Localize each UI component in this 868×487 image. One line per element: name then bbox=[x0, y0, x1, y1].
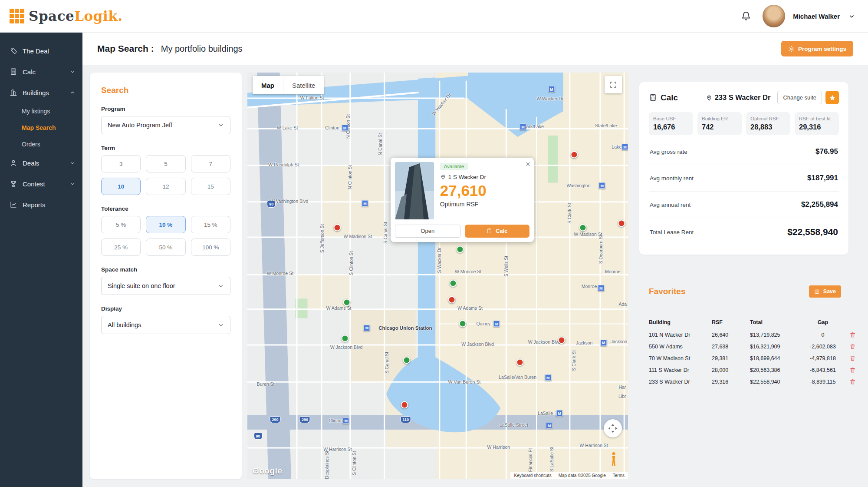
pin-icon bbox=[440, 174, 446, 180]
favorite-total: $13,719,825 bbox=[750, 332, 801, 338]
delete-favorite-button[interactable] bbox=[848, 378, 857, 386]
sidebar-item-reports[interactable]: Reports bbox=[0, 194, 82, 215]
favorites-table: Building RSF Total Gap 101 N Wacker Dr 2… bbox=[649, 316, 848, 388]
favorite-rsf: 29,316 bbox=[712, 379, 750, 385]
sidebar-item-contest[interactable]: Contest bbox=[0, 173, 82, 194]
building-marker[interactable] bbox=[403, 356, 410, 364]
sidebar-item-my-listings[interactable]: My listings bbox=[0, 103, 82, 119]
tab-map[interactable]: Map bbox=[253, 76, 283, 94]
term-option[interactable]: 3 bbox=[101, 155, 141, 172]
building-marker[interactable] bbox=[459, 320, 466, 327]
sidebar-item-the-deal[interactable]: The Deal bbox=[0, 40, 82, 61]
calculator-icon bbox=[10, 68, 17, 76]
user-name[interactable]: Michael Walker bbox=[793, 13, 840, 20]
building-marker[interactable] bbox=[516, 359, 523, 366]
avatar[interactable] bbox=[763, 5, 785, 27]
table-row: 70 W Madison St 29,381 $18,699,644 -4,97… bbox=[649, 352, 848, 364]
building-marker[interactable] bbox=[333, 224, 341, 231]
fullscreen-button[interactable] bbox=[605, 76, 622, 93]
building-marker[interactable] bbox=[457, 246, 464, 253]
favorite-building: 70 W Madison St bbox=[649, 355, 712, 361]
chevron-down-icon bbox=[69, 160, 76, 166]
tolerance-option[interactable]: 5 % bbox=[101, 216, 141, 233]
save-button[interactable]: Save bbox=[809, 285, 841, 298]
building-marker[interactable] bbox=[401, 401, 408, 408]
terms-link[interactable]: Terms bbox=[613, 473, 625, 478]
tab-satellite[interactable]: Satellite bbox=[283, 76, 324, 94]
pegman-icon bbox=[608, 451, 619, 467]
transit-station-icon: M bbox=[598, 285, 604, 292]
calc-row: Avg annual rent $2,255,894 bbox=[649, 192, 839, 218]
term-option[interactable]: 12 bbox=[146, 178, 185, 195]
calc-rows: Avg gross rate $76.95 Avg monthly rent $… bbox=[649, 139, 839, 246]
change-suite-button[interactable]: Change suite bbox=[777, 91, 822, 104]
delete-favorite-button[interactable] bbox=[848, 342, 857, 351]
favorite-star-button[interactable] bbox=[825, 91, 839, 104]
term-option[interactable]: 7 bbox=[191, 155, 230, 172]
favorite-gap: -8,839,115 bbox=[801, 379, 845, 385]
tolerance-option[interactable]: 15 % bbox=[191, 216, 230, 233]
term-option[interactable]: 5 bbox=[146, 155, 185, 172]
notifications-button[interactable] bbox=[737, 7, 755, 25]
delete-favorite-button[interactable] bbox=[848, 331, 857, 339]
favorite-building: 111 S Wacker Dr bbox=[649, 367, 712, 373]
calc-card: Calc 233 S Wacker Dr Change suite Base U… bbox=[639, 82, 848, 255]
calculator-icon bbox=[649, 93, 657, 102]
building-marker[interactable] bbox=[341, 335, 349, 342]
calculator-icon bbox=[487, 228, 492, 234]
sidebar-item-map-search[interactable]: Map Search bbox=[0, 119, 82, 136]
brand-wordmark: SpaceLogik. bbox=[29, 8, 122, 24]
transit-station-icon: M bbox=[556, 410, 563, 417]
building-marker[interactable] bbox=[618, 220, 625, 227]
delete-favorite-button[interactable] bbox=[848, 354, 857, 362]
pegman-control[interactable] bbox=[608, 451, 619, 467]
space-match-select[interactable]: Single suite on one floor bbox=[101, 277, 230, 295]
keyboard-shortcuts-link[interactable]: Keyboard shortcuts bbox=[514, 473, 551, 478]
term-option[interactable]: 15 bbox=[191, 178, 230, 195]
building-marker[interactable] bbox=[449, 279, 457, 287]
map-type-tabs: Map Satellite bbox=[253, 76, 324, 94]
tolerance-option[interactable]: 10 % bbox=[146, 216, 185, 233]
brand-logo[interactable]: SpaceLogik. bbox=[10, 8, 122, 24]
chevron-down-icon[interactable] bbox=[848, 13, 855, 20]
sidebar-item-calc[interactable]: Calc bbox=[0, 61, 82, 82]
favorite-total: $22,558,940 bbox=[750, 379, 801, 385]
tolerance-option[interactable]: 50 % bbox=[146, 239, 185, 256]
building-marker[interactable] bbox=[571, 151, 578, 159]
optimum-rsf-label: Optimum RSF bbox=[440, 201, 487, 208]
building-marker[interactable] bbox=[579, 224, 586, 231]
close-icon[interactable]: × bbox=[526, 159, 530, 169]
tolerance-option[interactable]: 25 % bbox=[101, 239, 141, 256]
open-button[interactable]: Open bbox=[395, 225, 460, 238]
popup-calc-button[interactable]: Calc bbox=[465, 225, 529, 238]
program-label: Program bbox=[101, 106, 230, 112]
program-select[interactable]: New Auto Program Jeff bbox=[101, 116, 230, 134]
building-popup: × Available 1 S Wacker Dr bbox=[391, 158, 534, 242]
delete-favorite-button[interactable] bbox=[848, 366, 857, 374]
term-option[interactable]: 10 bbox=[101, 178, 141, 195]
transit-station-icon: M bbox=[546, 422, 552, 429]
pan-control[interactable] bbox=[604, 419, 622, 437]
tolerance-option[interactable]: 100 % bbox=[191, 239, 230, 256]
chevron-down-icon bbox=[218, 283, 224, 289]
favorites-title: Favorites bbox=[649, 287, 685, 296]
transit-station-icon: M bbox=[342, 125, 348, 131]
map[interactable]: W Fulton StW Wacker DrW Wacker DrW Lake … bbox=[247, 73, 628, 479]
building-marker[interactable] bbox=[343, 298, 350, 306]
favorite-rsf: 26,640 bbox=[712, 332, 750, 338]
display-select[interactable]: All buildings bbox=[101, 316, 230, 334]
transit-station-icon: M bbox=[493, 321, 500, 327]
sidebar-item-orders[interactable]: Orders bbox=[0, 136, 82, 152]
program-settings-button[interactable]: Program settings bbox=[781, 41, 853, 56]
sidebar-item-deals[interactable]: Deals bbox=[0, 152, 82, 173]
save-disk-icon bbox=[814, 289, 820, 295]
favorite-building: 101 N Wacker Dr bbox=[649, 332, 712, 338]
optimum-rsf-value: 27,610 bbox=[440, 182, 487, 199]
building-marker[interactable] bbox=[558, 336, 565, 344]
space-match-label: Space match bbox=[101, 266, 230, 273]
favorite-rsf: 27,638 bbox=[712, 344, 750, 350]
favorite-gap: -6,843,561 bbox=[801, 367, 845, 373]
sidebar-item-buildings[interactable]: Buildings bbox=[0, 82, 82, 103]
trophy-icon bbox=[10, 180, 17, 188]
building-marker[interactable] bbox=[448, 296, 455, 304]
